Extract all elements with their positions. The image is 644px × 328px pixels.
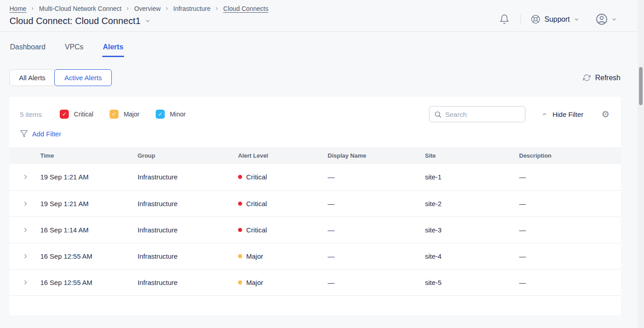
check-icon: ✓ [112, 111, 116, 117]
settings-gear-icon[interactable]: ⚙ [601, 110, 610, 119]
row-expand-chevron-icon[interactable] [22, 200, 29, 207]
refresh-button[interactable]: Refresh [583, 74, 620, 82]
cell-description: — [519, 190, 621, 217]
alert-level-label: Critical [246, 226, 267, 234]
checkbox-checked-icon: ✓ [60, 110, 69, 119]
page-header: Home Multi-Cloud Network Connect Overvie… [0, 0, 644, 32]
column-expander [10, 147, 40, 164]
cell-alert-level: Critical [238, 164, 328, 190]
table-header-row: Time Group Alert Level Display Name Site… [10, 147, 621, 164]
cell-time: 19 Sep 1:21 AM [40, 190, 138, 217]
active-alerts-button[interactable]: Active Alerts [54, 69, 112, 86]
header-left: Home Multi-Cloud Network Connect Overvie… [10, 5, 268, 31]
account-menu-button[interactable] [596, 13, 617, 25]
cell-display-name: — [328, 269, 425, 295]
cell-group: Infrastructure [138, 217, 238, 243]
filter-checkbox-critical[interactable]: ✓ Critical [60, 110, 93, 119]
tab-alerts[interactable]: Alerts [102, 43, 124, 57]
checkbox-checked-icon: ✓ [156, 110, 165, 119]
row-expand-chevron-icon[interactable] [22, 279, 29, 286]
column-time: Time [40, 147, 138, 164]
header-divider [520, 14, 521, 25]
tab-vpcs[interactable]: VPCs [64, 43, 84, 57]
cell-time: 16 Sep 1:14 AM [40, 217, 138, 243]
bell-icon [499, 14, 510, 24]
row-expand-chevron-icon[interactable] [22, 227, 29, 233]
search-icon [434, 111, 442, 118]
user-avatar-icon [596, 13, 608, 25]
filter-checkbox-major[interactable]: ✓ Major [110, 110, 139, 119]
filter-label-minor: Minor [170, 111, 186, 118]
checkbox-checked-icon: ✓ [110, 110, 119, 119]
support-label: Support [544, 15, 570, 24]
cell-time: 19 Sep 1:21 AM [40, 164, 138, 190]
table-row[interactable]: 16 Sep 12:55 AM Infrastructure Major — s… [10, 243, 621, 269]
alerts-table: Time Group Alert Level Display Name Site… [10, 147, 621, 296]
cell-description: — [519, 243, 621, 269]
alert-level-dot [238, 228, 242, 232]
cell-display-name: — [328, 243, 425, 269]
table-row[interactable]: 16 Sep 12:55 AM Infrastructure Major — s… [10, 269, 621, 295]
breadcrumb-cloud-connects[interactable]: Cloud Connects [223, 5, 268, 12]
column-site: Site [425, 147, 519, 164]
column-display-name: Display Name [328, 147, 425, 164]
all-alerts-button[interactable]: All Alerts [10, 69, 55, 86]
header-right: Support [499, 5, 617, 31]
cell-alert-level: Major [238, 269, 328, 295]
cell-group: Infrastructure [138, 243, 238, 269]
refresh-label: Refresh [595, 74, 620, 82]
notifications-button[interactable] [499, 14, 510, 24]
support-menu-button[interactable]: Support [531, 14, 579, 24]
cell-time: 16 Sep 12:55 AM [40, 243, 138, 269]
filter-checkbox-minor[interactable]: ✓ Minor [156, 110, 186, 119]
alert-level-dot [238, 175, 242, 179]
filter-label-critical: Critical [74, 111, 93, 118]
cell-display-name: — [328, 217, 425, 243]
tab-dashboard[interactable]: Dashboard [10, 43, 46, 57]
hide-filter-button[interactable]: Hide Filter [542, 111, 583, 118]
scrollbar-thumb[interactable] [639, 67, 643, 105]
alert-level-dot [238, 254, 242, 258]
table-row[interactable]: 19 Sep 1:21 AM Infrastructure Critical —… [10, 190, 621, 217]
add-filter-button[interactable]: Add Filter [20, 130, 61, 138]
table-toolbar: 5 items ✓ Critical ✓ Major ✓ Minor Hide … [10, 97, 621, 122]
alert-level-label: Critical [246, 173, 267, 181]
search-box[interactable] [429, 106, 525, 122]
tab-bar: Dashboard VPCs Alerts [0, 32, 644, 57]
table-row[interactable]: 16 Sep 1:14 AM Infrastructure Critical —… [10, 217, 621, 243]
alert-level-label: Major [246, 252, 263, 260]
chevron-up-icon [542, 111, 547, 117]
alert-level-dot [238, 202, 242, 206]
breadcrumb-home[interactable]: Home [10, 5, 26, 12]
alert-level-label: Critical [246, 200, 267, 207]
vertical-scrollbar[interactable] [638, 0, 644, 328]
breadcrumb-item[interactable]: Infrastructure [173, 5, 210, 12]
alert-level-dot [238, 280, 242, 285]
add-filter-label: Add Filter [32, 130, 61, 138]
cell-alert-level: Critical [238, 217, 328, 243]
filter-label-major: Major [124, 111, 139, 118]
cell-site: site-1 [425, 164, 519, 190]
page-title: Cloud Connect: Cloud Connect1 [10, 16, 141, 26]
breadcrumb-separator-icon [30, 6, 35, 11]
title-dropdown-chevron-icon[interactable] [145, 18, 151, 24]
row-expand-chevron-icon[interactable] [22, 253, 29, 260]
cell-display-name: — [328, 164, 425, 190]
cell-group: Infrastructure [138, 190, 238, 217]
check-icon: ✓ [158, 111, 162, 117]
support-chevron-down-icon [574, 17, 579, 22]
row-expand-chevron-icon[interactable] [22, 174, 29, 180]
search-input[interactable] [445, 111, 520, 118]
breadcrumb: Home Multi-Cloud Network Connect Overvie… [10, 5, 268, 13]
title-row: Cloud Connect: Cloud Connect1 [10, 16, 268, 26]
cell-alert-level: Major [238, 243, 328, 269]
breadcrumb-item[interactable]: Overview [134, 5, 160, 12]
cell-site: site-4 [425, 243, 519, 269]
cell-description: — [519, 164, 621, 190]
alert-scope-toggle: All Alerts Active Alerts [10, 69, 112, 86]
breadcrumb-item[interactable]: Multi-Cloud Network Connect [39, 5, 121, 12]
breadcrumb-separator-icon [125, 6, 130, 11]
table-row[interactable]: 19 Sep 1:21 AM Infrastructure Critical —… [10, 164, 621, 190]
controls-row: All Alerts Active Alerts Refresh [0, 57, 644, 86]
items-count: 5 items [20, 111, 42, 118]
